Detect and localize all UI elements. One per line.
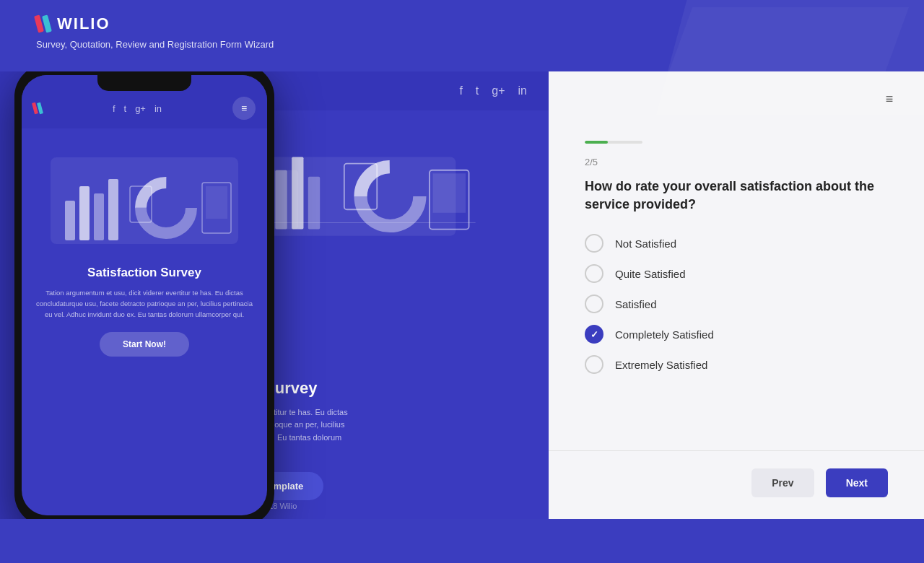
svg-rect-5 [308, 177, 320, 230]
svg-rect-19 [108, 179, 118, 240]
svg-rect-17 [79, 186, 90, 240]
next-button[interactable]: Next [826, 468, 888, 497]
progress-bar-fill [585, 141, 608, 144]
svg-rect-3 [275, 170, 287, 230]
radio-item-satisfied[interactable]: Satisfied [585, 294, 888, 313]
svg-rect-9 [433, 173, 466, 213]
desktop-nav-fb: f [459, 84, 462, 97]
radio-item-extremely-satisfied[interactable]: Extremely Satisfied [585, 355, 888, 374]
phone-container: f t g+ in ≡ [14, 71, 274, 519]
phone-chart [33, 143, 256, 258]
radio-circle-satisfied [585, 294, 603, 313]
logo-text: WILIO [57, 14, 110, 33]
phone-nav-tw: t [124, 103, 127, 114]
desktop-nav-tw: t [476, 84, 479, 97]
svg-rect-16 [65, 201, 75, 240]
phone-nav-fb: f [113, 103, 116, 114]
start-now-button[interactable]: Start Now! [100, 332, 189, 357]
phone-nav-gp: g+ [135, 103, 146, 114]
radio-label-not-satisfied: Not Satisfied [615, 237, 676, 250]
preview-panel: f t g+ in [0, 71, 549, 519]
step-indicator: 2/5 [585, 157, 888, 167]
desktop-nav-gp: g+ [492, 84, 505, 97]
radio-circle-quite-satisfied [585, 264, 603, 283]
radio-item-completely-satisfied[interactable]: Completely Satisfied [585, 325, 888, 344]
main-content: f t g+ in [0, 71, 924, 519]
radio-circle-not-satisfied [585, 234, 603, 253]
phone-chart-svg [33, 143, 256, 258]
desktop-nav: f t g+ in [459, 84, 527, 97]
svg-rect-4 [292, 157, 303, 230]
bg-decoration [563, 0, 924, 115]
phone-notch [97, 75, 191, 91]
question-text: How do rate your overall satisfaction ab… [585, 178, 888, 214]
form-panel: ≡ 2/5 How do rate your overall satisfact… [549, 71, 924, 519]
radio-label-satisfied: Satisfied [615, 298, 657, 310]
phone-logo-icon [33, 102, 42, 114]
desktop-nav-li: in [518, 84, 527, 97]
radio-label-completely-satisfied: Completely Satisfied [615, 328, 714, 341]
phone-nav: f t g+ in [113, 103, 162, 114]
form-footer: Prev Next [549, 468, 924, 519]
radio-item-quite-satisfied[interactable]: Quite Satisfied [585, 264, 888, 283]
radio-label-quite-satisfied: Quite Satisfied [615, 268, 686, 280]
phone-screen: f t g+ in ≡ [22, 75, 267, 515]
form-content: 2/5 How do rate your overall satisfactio… [549, 126, 924, 433]
radio-circle-extremely-satisfied [585, 355, 603, 374]
form-divider [549, 450, 924, 451]
phone-survey-desc: Tation argumentum et usu, dicit viderer … [33, 287, 256, 320]
logo-icon [36, 15, 50, 32]
phone-frame: f t g+ in ≡ [14, 71, 274, 519]
radio-item-not-satisfied[interactable]: Not Satisfied [585, 234, 888, 253]
phone-menu-button[interactable]: ≡ [232, 97, 256, 120]
radio-label-extremely-satisfied: Extremely Satisfied [615, 359, 707, 371]
phone-nav-li: in [154, 103, 162, 114]
prev-button[interactable]: Prev [751, 468, 814, 497]
svg-rect-18 [94, 193, 104, 240]
phone-survey-title: Satisfaction Survey [87, 266, 201, 280]
page-header: WILIO Survey, Quotation, Review and Regi… [0, 0, 924, 71]
phone-body: Satisfaction Survey Tation argumentum et… [22, 128, 267, 515]
progress-bar-container [585, 141, 642, 144]
radio-circle-completely-satisfied [585, 325, 603, 344]
svg-rect-23 [206, 186, 227, 219]
radio-group: Not SatisfiedQuite SatisfiedSatisfiedCom… [585, 234, 888, 374]
